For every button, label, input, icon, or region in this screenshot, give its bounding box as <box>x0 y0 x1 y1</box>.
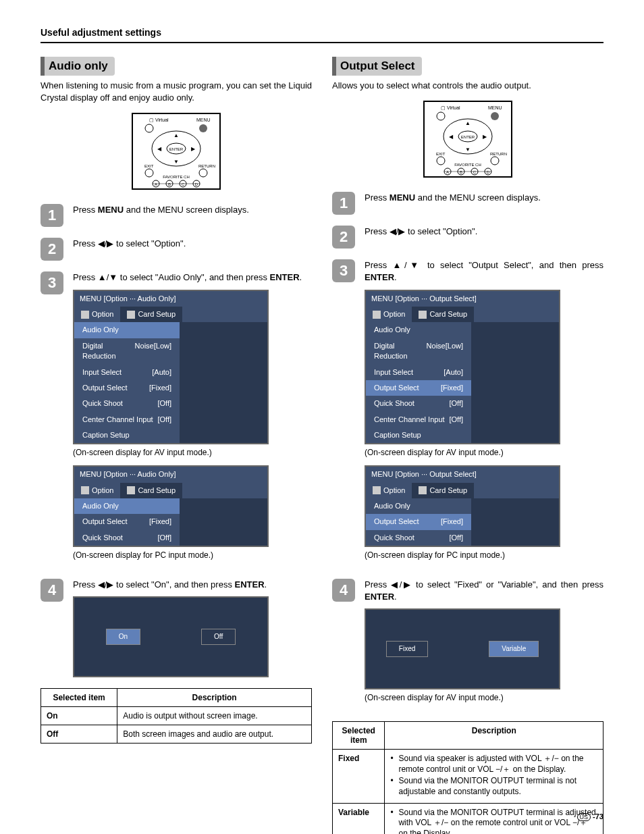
menu-tab-card-setup: Card Setup <box>412 483 474 498</box>
svg-text:▢ Virtual: ▢ Virtual <box>441 105 460 110</box>
menu-item: Audio Only <box>366 498 471 514</box>
step-text: Press ▲/▼ to select "Output Select", and… <box>365 259 603 568</box>
remote-diagram: ▢ VirtualMENU ENTER ▲▼ ◀▶ EXITRETURN FAV… <box>417 99 518 180</box>
menu-item: Output Select[Fixed] <box>366 514 471 529</box>
intro-text: When listening to music from a music pro… <box>41 80 312 104</box>
step-4: 4 Press ◀/▶ to select "On", and then pre… <box>41 579 312 677</box>
svg-text:A: A <box>446 170 449 174</box>
description-table: Selected itemDescription Fixed Sound via… <box>332 721 603 834</box>
svg-point-3 <box>145 124 153 132</box>
table-header: Selected item <box>41 689 117 707</box>
menu-tab-option: Option <box>74 307 120 322</box>
table-row: Variable Sound via the MONITOR OUTPUT te… <box>333 803 603 834</box>
menu-header: MENU [Option ··· Output Select] <box>366 291 559 307</box>
osd-menu-pc: MENU [Option ··· Audio Only] OptionCard … <box>73 465 269 547</box>
svg-text:MENU: MENU <box>488 105 502 110</box>
menu-item: Audio Only <box>366 322 471 338</box>
svg-text:▼: ▼ <box>173 159 179 165</box>
svg-text:▶: ▶ <box>483 134 487 140</box>
menu-item: Quick Shoot[Off] <box>74 396 180 411</box>
menu-item: Center Channel Input[Off] <box>74 412 180 427</box>
svg-text:▶: ▶ <box>191 146 196 152</box>
svg-text:RETURN: RETURN <box>198 164 215 168</box>
fixed-variable-selector: Fixed Variable <box>365 608 560 689</box>
svg-text:A: A <box>155 182 157 186</box>
option-on: On <box>106 629 140 645</box>
step-text: Press ▲/▼ to select "Audio Only", and th… <box>73 271 312 568</box>
menu-item: Center Channel Input[Off] <box>366 412 471 427</box>
osd-menu-av: MENU [Option ··· Audio Only] OptionCard … <box>73 290 269 445</box>
menu-item: Caption Setup <box>366 427 471 443</box>
table-row: OffBoth screen images and audio are outp… <box>41 725 312 744</box>
step-text: Press ◀/▶ to select "Option". <box>73 238 312 250</box>
step-number: 1 <box>332 192 355 215</box>
table-header: Description <box>117 689 312 707</box>
horizontal-rule <box>41 42 603 43</box>
caption: (On-screen display for AV input mode.) <box>365 692 603 704</box>
svg-text:▲: ▲ <box>465 120 471 126</box>
caption: (On-screen display for AV input mode.) <box>73 447 312 459</box>
option-off: Off <box>201 629 236 645</box>
svg-text:B: B <box>460 170 462 174</box>
step-2: 2 Press ◀/▶ to select "Option". <box>332 226 603 249</box>
svg-text:◀: ◀ <box>449 134 454 140</box>
osd-menu-av: MENU [Option ··· Output Select] OptionCa… <box>365 290 560 445</box>
step-text: Press ◀/▶ to select "Fixed" or "Variable… <box>365 579 603 710</box>
on-off-selector: On Off <box>73 596 269 677</box>
step-number: 3 <box>41 271 63 294</box>
table-row: Fixed Sound via speaker is adjusted with… <box>333 750 603 803</box>
page-title: Useful adjustment settings <box>41 27 603 38</box>
svg-point-4 <box>199 124 207 132</box>
card-icon <box>419 311 427 319</box>
step-number: 1 <box>41 204 63 227</box>
menu-item: Quick Shoot[Off] <box>366 396 471 411</box>
card-icon <box>127 311 135 319</box>
menu-item: Output Select[Fixed] <box>366 380 471 396</box>
step-text: Press ◀/▶ to select "Option". <box>365 226 603 238</box>
left-column: Audio only When listening to music from … <box>41 57 312 834</box>
step-1: 1 Press MENU and the MENU screen display… <box>41 204 312 227</box>
menu-tab-option: Option <box>74 483 120 498</box>
svg-text:ENTER: ENTER <box>461 135 475 139</box>
menu-item: Quick Shoot[Off] <box>366 530 471 546</box>
svg-point-29 <box>437 112 445 120</box>
step-number: 3 <box>332 259 355 282</box>
menu-tab-card-setup: Card Setup <box>412 307 474 322</box>
menu-item: Input Select[Auto] <box>74 365 180 380</box>
menu-header: MENU [Option ··· Audio Only] <box>74 291 267 307</box>
svg-text:C: C <box>473 170 477 174</box>
caption: (On-screen display for PC input mode.) <box>73 550 312 561</box>
menu-item: Digital Noise Reduction[Low] <box>366 338 471 365</box>
option-variable: Variable <box>489 641 539 657</box>
remote-diagram: ▢ VirtualMENU ENTER ▲▼ ◀▶ EXITRETURN FAV… <box>126 111 227 192</box>
step-text: Press MENU and the MENU screen displays. <box>73 204 312 216</box>
svg-text:FAVORITE CH: FAVORITE CH <box>163 175 190 179</box>
page-number: US -73 <box>577 812 603 820</box>
svg-text:D: D <box>487 170 490 174</box>
right-column: Output Select Allows you to select what … <box>332 57 603 834</box>
menu-item: Audio Only <box>74 322 180 338</box>
menu-item: Quick Shoot[Off] <box>74 530 180 546</box>
svg-text:▼: ▼ <box>465 147 471 153</box>
step-3: 3 Press ▲/▼ to select "Output Select", a… <box>332 259 603 568</box>
svg-text:EXIT: EXIT <box>436 152 446 156</box>
svg-point-41 <box>491 157 499 165</box>
table-header: Selected item <box>333 722 385 750</box>
svg-text:▢ Virtual: ▢ Virtual <box>149 118 169 122</box>
description-table: Selected itemDescription OnAudio is outp… <box>41 688 312 744</box>
table-header: Description <box>385 722 603 750</box>
step-text: Press MENU and the MENU screen displays. <box>365 192 603 204</box>
menu-tab-card-setup: Card Setup <box>120 307 182 322</box>
svg-text:RETURN: RETURN <box>490 152 507 156</box>
svg-text:▲: ▲ <box>173 132 179 138</box>
step-1: 1 Press MENU and the MENU screen display… <box>332 192 603 215</box>
svg-text:MENU: MENU <box>196 118 211 122</box>
step-number: 4 <box>41 579 63 602</box>
option-icon <box>373 486 381 494</box>
step-number: 2 <box>41 238 63 261</box>
osd-menu-pc: MENU [Option ··· Output Select] OptionCa… <box>365 465 560 547</box>
menu-item: Digital Noise Reduction[Low] <box>74 338 180 365</box>
svg-point-40 <box>437 157 445 165</box>
step-4: 4 Press ◀/▶ to select "Fixed" or "Variab… <box>332 579 603 710</box>
step-text: Press ◀/▶ to select "On", and then press… <box>73 579 312 677</box>
